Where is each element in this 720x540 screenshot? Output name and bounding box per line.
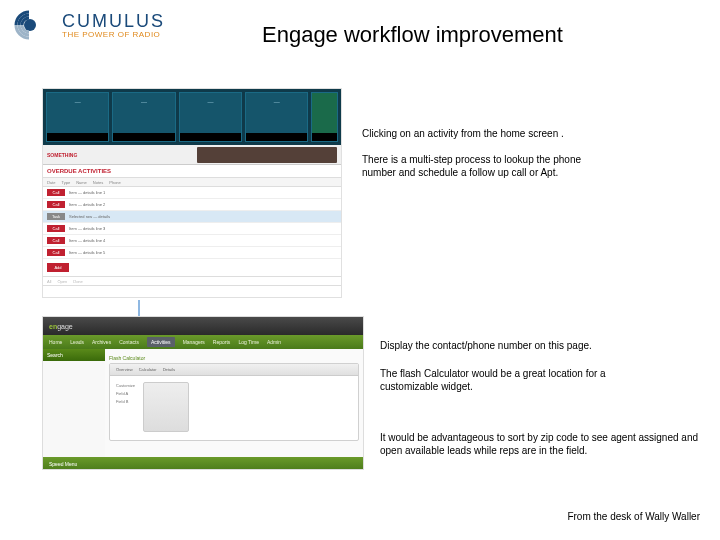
svg-point-0 <box>24 19 36 31</box>
footer-credit: From the desk of Wally Waller <box>567 511 700 522</box>
screenshot-home: — — — — SOMETHING OVERDUE ACTIVITIES Dat… <box>42 88 342 298</box>
screenshot-engage: engage Home Leads Archives Contacts Acti… <box>42 316 364 470</box>
logo-brand: CUMULUS <box>62 11 165 32</box>
logo-mark <box>14 10 56 40</box>
section-label-a: SOMETHING <box>47 152 77 158</box>
annotation-3: Display the contact/phone number on this… <box>380 340 660 353</box>
annotation-4: The flash Calculator would be a great lo… <box>380 368 660 393</box>
col-head: Date <box>47 180 55 185</box>
add-button: Add <box>47 263 69 272</box>
sidebar-search: Search <box>43 349 105 361</box>
calculator-widget <box>143 382 189 432</box>
logo-text: CUMULUS THE POWER OF RADIO <box>62 11 165 39</box>
annotation-2: There is a multi-step process to lookup … <box>362 154 602 179</box>
col-head: Phone <box>109 180 121 185</box>
col-head: Type <box>61 180 70 185</box>
brand-header: CUMULUS THE POWER OF RADIO <box>14 10 165 40</box>
page-title: Engage workflow improvement <box>262 22 563 48</box>
mini-panel <box>197 147 337 163</box>
annotation-1: Clicking on an activity from the home sc… <box>362 128 612 141</box>
annotation-5: It would be advantageous to sort by zip … <box>380 432 700 457</box>
engage-logo: engage <box>49 323 73 330</box>
card-title: Flash Calculator <box>109 355 359 361</box>
col-head: Name <box>76 180 87 185</box>
sidebar-speed-menu: Speed Menu <box>49 461 77 467</box>
dashboard-strip: — — — — <box>43 89 341 145</box>
logo-tagline: THE POWER OF RADIO <box>62 30 165 39</box>
col-head: Notes <box>93 180 103 185</box>
engage-nav: Home Leads Archives Contacts Activities … <box>43 335 363 349</box>
section-label-b: OVERDUE ACTIVITIES <box>43 165 341 177</box>
